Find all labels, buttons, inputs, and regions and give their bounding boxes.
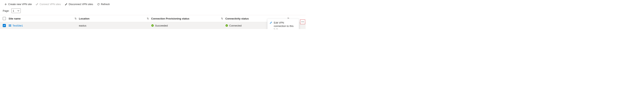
row-checkbox[interactable] bbox=[3, 24, 6, 27]
header-site-label: Site name bbox=[8, 17, 73, 20]
vpn-site-icon bbox=[8, 24, 11, 27]
pager: Page: 1 bbox=[0, 7, 306, 15]
page-value: 1 bbox=[13, 9, 14, 12]
table-row[interactable]: TestSite1 eastus Succeeded Connected bbox=[0, 22, 306, 29]
provisioning-value: Succeeded bbox=[155, 24, 168, 27]
svg-point-10 bbox=[302, 22, 303, 22]
refresh-icon bbox=[97, 3, 100, 6]
header-location-label: Location bbox=[79, 17, 146, 20]
success-icon bbox=[151, 24, 154, 27]
header-site-name[interactable]: Site name bbox=[8, 17, 79, 20]
more-icon bbox=[301, 21, 304, 22]
toolbar: Create new VPN site Connect VPN sites Di… bbox=[0, 0, 306, 7]
location-value: eastus bbox=[79, 24, 86, 27]
table-header: Site name Location Connection Provisioni… bbox=[0, 15, 306, 22]
header-provisioning[interactable]: Connection Provisioning status bbox=[151, 17, 225, 20]
select-all-checkbox[interactable] bbox=[3, 17, 6, 20]
plus-icon bbox=[4, 3, 7, 6]
edit-icon bbox=[270, 21, 272, 24]
page-select[interactable]: 1 bbox=[11, 8, 21, 13]
row-more-button[interactable] bbox=[300, 19, 305, 24]
create-vpn-site-button[interactable]: Create new VPN site bbox=[3, 2, 34, 6]
sort-icon bbox=[146, 17, 149, 20]
chevron-down-icon bbox=[18, 10, 19, 12]
disconnect-vpn-sites-button[interactable]: Disconnect VPN sites bbox=[63, 2, 95, 6]
svg-rect-4 bbox=[10, 24, 11, 25]
disconnect-icon bbox=[65, 3, 68, 6]
disconnect-label: Disconnect VPN sites bbox=[69, 3, 93, 6]
connect-icon bbox=[36, 3, 38, 6]
sort-icon bbox=[74, 17, 77, 20]
check-icon bbox=[3, 24, 6, 27]
menu-edit-label: Edit VPN connection to this hub bbox=[274, 21, 297, 29]
svg-rect-3 bbox=[9, 24, 10, 25]
svg-rect-6 bbox=[10, 26, 11, 26]
sort-icon bbox=[221, 17, 224, 20]
success-icon bbox=[225, 24, 228, 27]
site-name-link[interactable]: TestSite1 bbox=[12, 24, 23, 27]
header-location[interactable]: Location bbox=[79, 17, 151, 20]
refresh-label: Refresh bbox=[101, 3, 110, 6]
svg-point-11 bbox=[304, 22, 304, 22]
connectivity-value: Connected bbox=[229, 24, 242, 27]
connect-vpn-sites-button[interactable]: Connect VPN sites bbox=[34, 2, 62, 6]
svg-point-9 bbox=[302, 22, 302, 22]
page-label: Page: bbox=[3, 9, 9, 12]
refresh-button[interactable]: Refresh bbox=[96, 2, 112, 6]
create-label: Create new VPN site bbox=[8, 3, 32, 6]
row-context-menu: Edit VPN connection to this hub Delete V… bbox=[267, 19, 299, 29]
header-provisioning-label: Connection Provisioning status bbox=[151, 17, 220, 20]
connect-label: Connect VPN sites bbox=[40, 3, 61, 6]
svg-rect-5 bbox=[9, 26, 10, 26]
menu-edit-connection[interactable]: Edit VPN connection to this hub bbox=[268, 20, 299, 29]
